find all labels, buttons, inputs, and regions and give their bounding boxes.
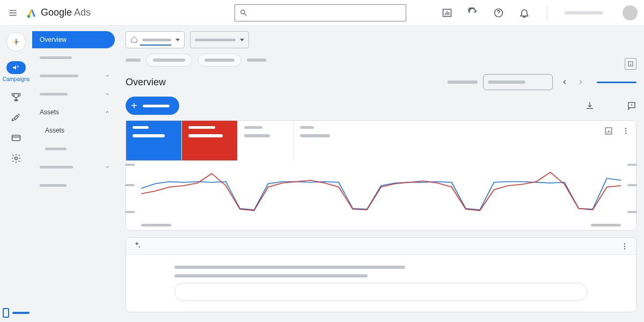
- insight-input[interactable]: [174, 283, 588, 301]
- filter-label: [126, 58, 141, 62]
- sparkle-icon: [133, 241, 141, 252]
- brand-logo[interactable]: Google Ads: [26, 7, 91, 19]
- top-bar: Google Ads: [0, 0, 644, 26]
- nav-assets-item[interactable]: Assets: [32, 121, 118, 140]
- plus-icon: +: [131, 100, 137, 111]
- metric-tab[interactable]: [294, 121, 349, 160]
- nav-item[interactable]: [32, 85, 118, 103]
- account-name[interactable]: [565, 11, 603, 14]
- svg-point-9: [630, 64, 631, 65]
- feedback-icon[interactable]: [627, 101, 636, 111]
- svg-point-7: [15, 157, 18, 160]
- download-icon[interactable]: [585, 101, 595, 111]
- megaphone-icon: [12, 63, 20, 72]
- svg-rect-6: [12, 135, 20, 141]
- insight-subheading: [174, 274, 368, 277]
- rail-campaigns-label: Campaigns: [3, 76, 30, 82]
- nav-item[interactable]: [32, 158, 118, 176]
- svg-point-13: [625, 130, 626, 131]
- svg-point-17: [624, 248, 625, 249]
- svg-rect-2: [445, 13, 446, 15]
- new-campaign-button[interactable]: +: [126, 97, 179, 115]
- settings-icon[interactable]: [11, 153, 21, 164]
- nav-item[interactable]: [32, 67, 118, 85]
- svg-rect-4: [449, 12, 450, 15]
- metric-tab-clicks[interactable]: [126, 121, 182, 160]
- compare-label: [448, 80, 478, 84]
- chevron-up-icon: [104, 109, 111, 115]
- billing-icon[interactable]: [11, 133, 21, 143]
- svg-point-0: [27, 14, 31, 17]
- add-filter[interactable]: [247, 58, 266, 62]
- metrics-chart-card: [126, 120, 636, 231]
- more-icon[interactable]: [621, 126, 631, 136]
- metric-tab[interactable]: [238, 121, 294, 160]
- metric-tab-impressions[interactable]: [182, 121, 238, 160]
- campaign-selector[interactable]: [190, 31, 249, 48]
- account-selector[interactable]: [126, 31, 185, 48]
- google-ads-logo-icon: [26, 7, 38, 19]
- notifications-icon[interactable]: [519, 8, 530, 18]
- nav-overview[interactable]: Overview: [32, 31, 115, 48]
- search-icon: [239, 9, 248, 17]
- nav-assets-group[interactable]: Assets: [32, 103, 118, 121]
- rail-campaigns[interactable]: Campaigns: [3, 61, 30, 82]
- brand-text: Google Ads: [41, 7, 91, 18]
- chart-legend-item: [141, 224, 171, 226]
- help-icon[interactable]: [493, 8, 504, 18]
- nav-label: Assets: [45, 127, 64, 134]
- secondary-nav: Overview Assets Assets: [32, 26, 118, 322]
- svg-point-14: [625, 133, 626, 134]
- date-range-bar: [597, 82, 636, 83]
- svg-point-15: [624, 243, 625, 244]
- page-title: Overview: [126, 77, 166, 88]
- chevron-down-icon: [104, 164, 111, 170]
- main-content: Overview +: [118, 26, 644, 322]
- expand-chart-icon[interactable]: [604, 126, 613, 136]
- rail-footer[interactable]: [0, 308, 32, 318]
- home-icon: [130, 36, 138, 43]
- tools-icon[interactable]: [11, 112, 21, 123]
- menu-icon[interactable]: [6, 6, 19, 19]
- chevron-down-icon: [104, 72, 111, 79]
- more-icon[interactable]: [620, 241, 630, 251]
- trophy-icon[interactable]: [11, 92, 21, 103]
- filter-chip[interactable]: [146, 54, 192, 67]
- search-input[interactable]: [235, 4, 406, 21]
- left-rail: Campaigns: [0, 26, 32, 322]
- date-next[interactable]: [574, 76, 587, 89]
- nav-item[interactable]: [32, 48, 118, 67]
- chart-legend-item: [591, 224, 621, 226]
- date-prev[interactable]: [558, 76, 571, 89]
- nav-label: Assets: [40, 108, 59, 116]
- filter-chip[interactable]: [197, 54, 241, 67]
- svg-point-16: [624, 245, 625, 246]
- chevron-down-icon: [104, 91, 111, 97]
- svg-rect-3: [447, 11, 448, 15]
- save-view-icon[interactable]: [625, 58, 636, 70]
- create-button[interactable]: [6, 32, 26, 52]
- account-avatar[interactable]: [623, 5, 638, 20]
- refresh-icon[interactable]: [467, 8, 478, 18]
- reports-icon[interactable]: [442, 8, 452, 18]
- date-range-picker[interactable]: [483, 74, 553, 90]
- nav-item[interactable]: [32, 176, 118, 194]
- svg-point-12: [625, 128, 626, 129]
- performance-chart: [126, 160, 636, 230]
- insight-heading: [174, 266, 405, 269]
- nav-item[interactable]: [32, 140, 118, 158]
- insights-card: [126, 237, 636, 312]
